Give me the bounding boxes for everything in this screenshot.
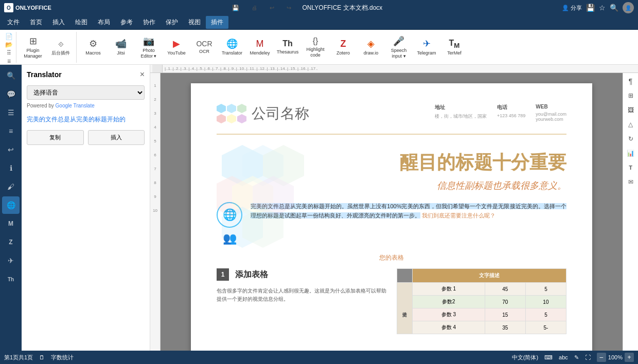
sidebar-search[interactable]: 🔍	[2, 67, 20, 84]
sidebar-comments[interactable]: 💬	[2, 85, 20, 103]
zoom-out-btn[interactable]: –	[597, 353, 606, 362]
watermark-section: 醒目的标题十分重要 信息性副标题也承载很多意义。 🌐 👥	[217, 150, 566, 334]
rotate-icon[interactable]: ↻	[625, 133, 637, 145]
table-row: 参数 3 15 5	[397, 308, 566, 321]
zoom-level: 100%	[608, 354, 623, 360]
sidebar-info[interactable]: ℹ	[2, 159, 20, 177]
app-title: ONLYOFFICE 文本文档.docx	[303, 4, 383, 12]
menu-item-references[interactable]: 参考	[115, 16, 138, 29]
doc-scroll[interactable]: 公司名称 地址 楼，街，城市/地区，国家 电话 +123 456 789	[161, 73, 623, 351]
row3-label: 参数 3	[413, 308, 485, 321]
logo-icon: O	[4, 3, 13, 12]
macros-btn[interactable]: ⚙ Macros	[80, 33, 107, 62]
sidebar-format[interactable]: ≡	[2, 122, 20, 140]
sidebar-thesaurus[interactable]: Th	[2, 270, 20, 288]
backstage-btn[interactable]: ⟐ 后台插件	[47, 33, 74, 62]
spell-check-icon[interactable]: abc	[559, 354, 568, 360]
zoom-controls: – 100% +	[597, 353, 634, 362]
fullscreen-icon[interactable]: ⛶	[585, 354, 591, 360]
drawio-btn[interactable]: ◈ draw.io	[358, 33, 384, 62]
row2-col2: 70	[485, 296, 525, 308]
photo-editor-label: PhotoEditor ▾	[140, 48, 156, 59]
plugin-manager-btn[interactable]: ⊞ PluginManager	[20, 33, 46, 62]
body-section: 🌐 👥 完美的文件总是从完美的标题开始的。虽然世界上没有100%完美的东西，但我…	[217, 202, 566, 245]
translator-close-btn[interactable]: ×	[140, 70, 145, 79]
new-doc-icon[interactable]: 📄	[5, 33, 13, 40]
mendeley-btn[interactable]: M Mendeley	[246, 33, 273, 62]
sidebar-translator-active[interactable]: 🌐	[2, 196, 20, 214]
sidebar-zotero[interactable]: Z	[2, 233, 20, 251]
quick-save[interactable]: 💾	[231, 4, 240, 12]
text-art-icon[interactable]: T	[625, 161, 637, 174]
content-row: 1 添加表格 包含很多字的文件肯定会让人感到很无趣。这就是为什么添加表格可以帮助…	[217, 268, 566, 334]
zotero-btn[interactable]: Z Zotero	[330, 33, 357, 62]
menu-item-file[interactable]: 文件	[2, 16, 25, 29]
open-doc-icon[interactable]: 📂	[5, 41, 13, 48]
photo-editor-btn[interactable]: 📷 PhotoEditor ▾	[135, 33, 162, 62]
save-to-disk[interactable]: 💾	[586, 4, 595, 12]
menu-item-view[interactable]: 视图	[183, 16, 206, 29]
para-icon[interactable]: ¶	[625, 75, 637, 87]
quick-print[interactable]: 🖨	[251, 4, 258, 12]
mendeley-label: Mendeley	[250, 50, 270, 56]
company-section: 公司名称	[217, 104, 309, 123]
translator-btn[interactable]: 🌐 Translator	[219, 33, 245, 62]
menu-item-insert[interactable]: 插入	[47, 16, 70, 29]
section-header: 1 添加表格	[217, 268, 386, 281]
page-info: 第1页共1页	[4, 354, 33, 361]
menu-item-protect[interactable]: 保护	[161, 16, 183, 29]
chart-icon[interactable]: 📊	[625, 147, 637, 159]
quick-redo[interactable]: ↪	[286, 4, 292, 12]
contact-info: 地址 楼，街，城市/地区，国家 电话 +123 456 789 WEB you@…	[435, 104, 566, 123]
thesaurus-btn[interactable]: Th Thesaurus	[274, 33, 301, 62]
image-icon[interactable]: 🖼	[625, 104, 637, 116]
powered-by: Powered by Google Translate	[27, 103, 145, 108]
zoom-in-btn[interactable]: +	[625, 353, 634, 362]
row4-col2: 35	[485, 321, 525, 334]
share-btn[interactable]: 👤 分享	[562, 4, 582, 12]
address-col: 地址 楼，街，城市/地区，国家	[435, 104, 487, 123]
globe-icon: 🌐	[217, 202, 242, 228]
word-count[interactable]: 字数统计	[51, 354, 74, 361]
main-heading: 醒目的标题十分重要	[217, 150, 566, 175]
data-table: 文字描述 述描子文 参数 1 45 5	[397, 268, 566, 334]
language-select[interactable]: 选择语音	[27, 85, 145, 100]
search-header[interactable]: 🔍	[610, 4, 618, 12]
justify-icon[interactable]: ≡	[7, 58, 11, 65]
insert-btn[interactable]: 插入	[88, 130, 145, 145]
translated-text: 完美的文件总是从完美的标题开始的	[27, 115, 145, 124]
zotero-label: Zotero	[336, 50, 350, 56]
telegram-btn[interactable]: ✈ Telegram	[413, 33, 440, 62]
jitsi-btn[interactable]: 📹 Jitsi	[108, 33, 134, 62]
quick-undo[interactable]: ↩	[269, 4, 275, 12]
table-icon[interactable]: ⊞	[625, 89, 637, 102]
menu-item-plugin[interactable]: 插件	[206, 16, 228, 29]
sidebar-navigate[interactable]: ☰	[2, 104, 20, 121]
favorite[interactable]: ☆	[599, 4, 606, 12]
highlight-code-btn[interactable]: {} Highlightcode	[302, 33, 329, 62]
sidebar-track[interactable]: ↩	[2, 141, 20, 158]
ocr-btn[interactable]: OCR OCR	[191, 33, 218, 62]
format-icon[interactable]: ⠿	[7, 49, 11, 57]
telegram-label: Telegram	[417, 50, 436, 56]
language-btn[interactable]: 中文(简体)	[512, 354, 538, 361]
track-changes-icon[interactable]: ✎	[574, 354, 579, 361]
keyboard-icon[interactable]: ⌨	[544, 354, 553, 361]
table-header: 文字描述	[413, 269, 566, 283]
hex-logo	[217, 104, 246, 123]
speech-input-btn[interactable]: 🎤 Speechinput ▾	[385, 33, 412, 62]
menu-item-layout[interactable]: 布局	[93, 16, 115, 29]
sidebar-paint[interactable]: 🖌	[2, 178, 20, 195]
youtube-btn[interactable]: ▶ YouTube	[163, 33, 190, 62]
menu-item-home[interactable]: 首页	[25, 16, 47, 29]
shapes-icon[interactable]: △	[625, 118, 637, 131]
termef-btn[interactable]: TM TerMef	[441, 33, 468, 62]
jitsi-label: Jitsi	[117, 50, 125, 56]
sidebar-mendeley[interactable]: M	[2, 215, 20, 232]
profile-icon[interactable]: 👤	[623, 2, 634, 13]
sidebar-telegram[interactable]: ✈	[2, 252, 20, 269]
menu-item-collaborate[interactable]: 协作	[138, 16, 161, 29]
menu-item-draw[interactable]: 绘图	[70, 16, 93, 29]
copy-btn[interactable]: 复制	[27, 130, 84, 145]
mail-icon[interactable]: ✉	[625, 176, 637, 188]
